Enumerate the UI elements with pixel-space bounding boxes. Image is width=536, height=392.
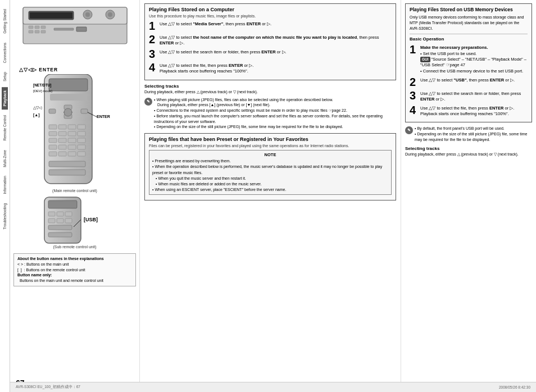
- computer-notes: ✎ • When playing still picture (JPEG) fi…: [144, 97, 396, 130]
- computer-files-subtitle: Use this procedure to play music files, …: [149, 14, 392, 18]
- usb-step-text-1: Make the necessary preparations. • Set t…: [420, 44, 528, 74]
- notes-list: • When playing still picture (JPEG) file…: [154, 97, 396, 130]
- svg-rect-38: [58, 145, 66, 149]
- svg-rect-18: [50, 94, 87, 101]
- preset-files-section: Playing files that have been Preset or R…: [144, 133, 396, 200]
- svg-text:[NET/DTU]: [NET/DTU]: [33, 83, 52, 88]
- svg-rect-42: [58, 152, 66, 156]
- svg-rect-34: [58, 138, 66, 143]
- svg-rect-61: [48, 225, 72, 230]
- svg-rect-54: [48, 200, 77, 208]
- svg-rect-62: [48, 233, 72, 237]
- svg-rect-14: [76, 27, 87, 31]
- svg-rect-59: [57, 218, 63, 223]
- svg-rect-36: [78, 138, 85, 143]
- svg-rect-26: [58, 125, 66, 129]
- svg-rect-17: [49, 79, 88, 91]
- svg-point-5: [85, 12, 90, 17]
- svg-text:[▲]: [▲]: [33, 113, 40, 117]
- selecting-tracks-heading: Selecting tracks: [144, 84, 396, 89]
- svg-rect-29: [49, 131, 57, 136]
- svg-text:ENTER: ENTER: [97, 115, 110, 118]
- svg-rect-57: [65, 212, 72, 216]
- button-notes-title: About the button names in these explanat…: [17, 256, 132, 262]
- usb-step-4: 4 Use △▽ to select the file, then press …: [410, 104, 528, 117]
- gui-badge: GUI: [420, 57, 430, 63]
- usb-files-section: Playing Files Stored on USB Memory Devic…: [405, 3, 532, 122]
- sidebar-item-troubleshooting[interactable]: Troubleshooting: [2, 200, 8, 233]
- svg-rect-30: [58, 131, 66, 136]
- svg-rect-3: [30, 12, 72, 19]
- step-number-1: 1: [149, 20, 158, 31]
- usb-notes: ✎ • By default, the front panel's USB po…: [405, 126, 532, 142]
- step-text-2: Use △▽ to select the host name of the co…: [160, 34, 392, 46]
- usb-step-number-2: 2: [410, 76, 419, 88]
- sidebar-item-setup[interactable]: Setup: [2, 69, 8, 85]
- usb-step-text-4: Use △▽ to select the file, then press EN…: [420, 104, 514, 117]
- usb-note-icon: ✎: [405, 126, 413, 134]
- svg-rect-56: [57, 212, 63, 216]
- usb-step-number-3: 3: [410, 90, 419, 101]
- usb-selecting-tracks-text: During playback, either press △ (previou…: [405, 152, 532, 157]
- preset-files-subtitle: Files can be preset, registered in your …: [149, 144, 392, 148]
- svg-rect-13: [41, 30, 46, 33]
- svg-rect-46: [49, 170, 85, 175]
- svg-rect-60: [65, 218, 72, 223]
- svg-rect-22: [49, 109, 56, 113]
- selecting-tracks-text: During playback, either press △ (previou…: [144, 90, 396, 94]
- computer-files-title: Playing Files Stored on a Computer: [149, 7, 392, 12]
- main-remote-illustration: [NET/DTU] [DEV] mode) [▲] ENTER △▽◁: [13, 74, 123, 192]
- step-text-4: Use △▽ to select the file, then press EN…: [160, 62, 253, 74]
- svg-rect-32: [78, 131, 85, 136]
- usb-step-2: 2 Use △▽ to select "USB", then press ENT…: [410, 76, 528, 88]
- svg-rect-55: [48, 212, 55, 216]
- sidebar-item-playback[interactable]: Playback: [2, 87, 8, 110]
- sub-remote-illustration: [USB]: [13, 196, 123, 247]
- svg-rect-40: [78, 145, 85, 149]
- svg-rect-11: [29, 30, 33, 33]
- sidebar-item-multi-zone[interactable]: Multi-Zone: [2, 147, 8, 171]
- step-number-2: 2: [149, 34, 158, 45]
- sidebar-item-getting-started[interactable]: Getting Started: [2, 6, 8, 37]
- svg-rect-12: [35, 30, 39, 33]
- svg-rect-35: [68, 138, 76, 143]
- sidebar-item-remote-control[interactable]: Remote Control: [2, 112, 8, 144]
- computer-files-section: Playing Files Stored on a Computer Use t…: [144, 3, 396, 80]
- usb-files-title: Playing Files Stored on USB Memory Devic…: [410, 7, 528, 13]
- basic-op-heading: Basic Operation: [410, 37, 528, 42]
- footer-left: AVR-S308CI EU_100_初稿作成中：67: [16, 385, 80, 390]
- usb-step-number-4: 4: [410, 104, 419, 116]
- sidebar-item-connections[interactable]: Connections: [2, 39, 8, 66]
- preset-files-title: Playing files that have been Preset or R…: [149, 136, 392, 142]
- arrows-enter-label: △▽◁▷ ENTER: [19, 67, 58, 72]
- button-note-line-1: < > : Buttons on the main unit [ ] : But…: [17, 262, 132, 284]
- note-box: NOTE • Presettings are erased by overwri…: [149, 150, 392, 195]
- svg-rect-58: [48, 218, 55, 223]
- right-panel: Playing Files Stored on USB Memory Devic…: [401, 0, 536, 392]
- computer-step-4: 4 Use △▽ to select the file, then press …: [149, 62, 392, 74]
- footer-bar: AVR-S308CI EU_100_初稿作成中：67 2008/05/26 8:…: [10, 382, 536, 392]
- usb-step-number-1: 1: [410, 44, 419, 55]
- sidebar-item-information[interactable]: Information: [2, 172, 8, 198]
- usb-step-1: 1 Make the necessary preparations. • Set…: [410, 44, 528, 74]
- svg-rect-25: [49, 125, 57, 129]
- footer-right: 2008/05/26 8:42:30: [499, 385, 530, 389]
- middle-panel: Playing Files Stored on a Computer Use t…: [139, 0, 401, 392]
- svg-point-24: [64, 108, 72, 116]
- svg-text:△▽◁: △▽◁: [33, 106, 42, 110]
- side-tabs: Getting Started Connections Setup Playba…: [0, 0, 10, 392]
- receiver-illustration: [20, 4, 130, 63]
- step-text-1: Use △▽ to select "Media Server", then pr…: [160, 20, 271, 27]
- note-box-content: • Presettings are erased by overwriting …: [152, 158, 388, 193]
- button-notes-box: About the button names in these explanat…: [13, 253, 136, 286]
- svg-rect-37: [49, 145, 57, 149]
- step-number-4: 4: [149, 62, 158, 73]
- svg-rect-43: [68, 152, 76, 156]
- svg-rect-41: [49, 152, 57, 156]
- usb-files-subtitle: Only USB memory devices conforming to ma…: [410, 15, 528, 31]
- svg-rect-31: [68, 131, 76, 136]
- computer-step-2: 2 Use △▽ to select the host name of the …: [149, 34, 392, 46]
- usb-selecting-tracks-heading: Selecting tracks: [405, 146, 532, 151]
- svg-text:[DEV] mode): [DEV] mode): [33, 89, 52, 93]
- main-content: △▽◁▷ ENTER: [10, 0, 536, 392]
